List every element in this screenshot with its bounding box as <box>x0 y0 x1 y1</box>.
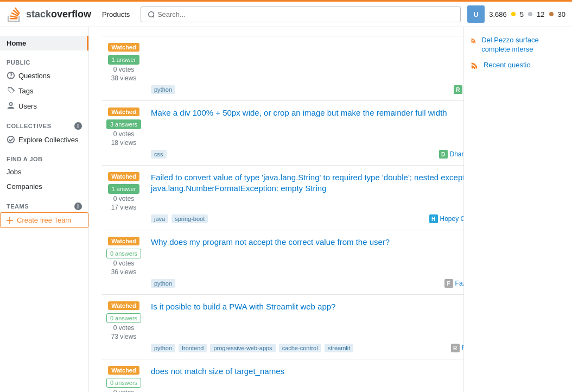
logo-text: stackoverflow <box>26 9 91 20</box>
view-count: 17 views <box>111 204 137 211</box>
watched-badge: Watched <box>108 237 139 245</box>
jobs-label: Jobs <box>7 168 21 176</box>
question-meta: Watched 1 answer 0 votes 38 views <box>102 43 145 82</box>
vote-count: 0 votes <box>113 195 135 203</box>
tags-icon <box>7 86 15 95</box>
sidebar-item-jobs[interactable]: Jobs <box>0 165 88 179</box>
vote-count: 0 votes <box>113 324 135 332</box>
answer-badge: 0 answers <box>106 313 141 323</box>
create-team-icon <box>6 217 14 224</box>
question-meta: Watched 3 answers 0 votes 18 views <box>102 108 145 147</box>
question-meta: Watched 0 answers 0 votes 36 views <box>102 237 145 276</box>
silver-dot <box>528 12 532 16</box>
question-meta: Watched 1 answer 0 votes 17 views <box>102 172 145 211</box>
rss-icon-2 <box>471 61 479 69</box>
user-avatar: R <box>454 85 462 94</box>
stackoverflow-logo-icon <box>7 6 23 22</box>
collectives-section-label: COLLECTIVES i <box>0 118 88 132</box>
user-avatar: H <box>429 214 438 223</box>
tag[interactable]: python <box>151 85 175 94</box>
tag[interactable]: python <box>151 279 175 288</box>
user-bar: U 3,686 5 12 30 <box>467 5 565 23</box>
teams-info-icon[interactable]: i <box>74 203 82 210</box>
answer-badge: 1 answer <box>108 184 140 194</box>
home-label: Home <box>7 39 26 47</box>
vote-count: 0 votes <box>113 130 135 138</box>
create-team-label: Create free Team <box>17 216 71 224</box>
view-count: 36 views <box>111 268 137 276</box>
answer-badge: 0 answers <box>106 378 141 388</box>
vote-count: 0 votes <box>113 66 135 73</box>
question-meta: Watched 0 answers 0 votes 0 views <box>102 366 145 392</box>
collectives-icon <box>7 135 15 144</box>
sidebar-item-home[interactable]: Home <box>0 36 88 50</box>
products-button[interactable]: Products <box>98 8 134 21</box>
gold-count: 5 <box>520 10 524 18</box>
search-input[interactable] <box>157 10 455 18</box>
search-bar <box>141 7 461 22</box>
right-sidebar-item-2: Recent questio <box>471 61 565 70</box>
search-icon <box>147 10 154 18</box>
answer-badge: 3 answers <box>106 119 141 129</box>
tag[interactable]: progressive-web-apps <box>210 344 275 352</box>
right-sidebar-link-2[interactable]: Recent questio <box>484 61 531 70</box>
sidebar: Home PUBLIC Questions Tags Users COLLECT… <box>0 27 89 392</box>
tag[interactable]: css <box>151 150 167 159</box>
questions-icon <box>7 71 15 80</box>
questions-label: Questions <box>18 72 50 80</box>
collectives-info-icon[interactable]: i <box>74 122 82 130</box>
watched-badge: Watched <box>108 172 139 181</box>
users-icon <box>7 102 15 110</box>
tag[interactable]: frontend <box>179 344 207 352</box>
logo[interactable]: stackoverflow <box>7 6 91 22</box>
gold-dot <box>511 12 516 16</box>
view-count: 73 views <box>111 333 137 340</box>
tag[interactable]: java <box>151 214 168 223</box>
rss-icon-1 <box>471 36 477 45</box>
right-sidebar: Del Pezzo surface complete interse Recen… <box>463 27 572 392</box>
vote-count: 0 votes <box>113 389 135 392</box>
svg-point-0 <box>8 136 14 143</box>
reputation: 3,686 <box>489 10 507 18</box>
answer-badge: 0 answers <box>106 249 141 258</box>
right-sidebar-link-1[interactable]: Del Pezzo surface complete interse <box>481 36 565 54</box>
view-count: 38 views <box>111 74 137 82</box>
create-free-team-button[interactable]: Create free Team <box>0 212 88 228</box>
view-count: 18 views <box>111 139 137 147</box>
explore-collectives-label: Explore Collectives <box>18 136 79 144</box>
public-section-label: PUBLIC <box>0 55 88 68</box>
bronze-dot <box>549 12 554 16</box>
answer-badge: 1 answer <box>108 55 140 65</box>
vote-count: 0 votes <box>113 260 135 267</box>
users-label: Users <box>18 102 37 110</box>
watched-badge: Watched <box>108 366 139 375</box>
user-avatar: R <box>451 344 460 352</box>
watched-badge: Watched <box>108 108 139 116</box>
sidebar-item-companies[interactable]: Companies <box>0 179 88 194</box>
tag[interactable]: spring-boot <box>171 214 208 223</box>
tag[interactable]: streamlit <box>325 344 354 352</box>
find-job-section-label: FIND A JOB <box>0 151 88 165</box>
sidebar-item-explore-collectives[interactable]: Explore Collectives <box>0 132 88 147</box>
tag[interactable]: cache-control <box>279 344 321 352</box>
avatar[interactable]: U <box>467 5 485 23</box>
sidebar-item-users[interactable]: Users <box>0 98 88 113</box>
right-sidebar-item-1: Del Pezzo surface complete interse <box>471 36 565 54</box>
watched-badge: Watched <box>108 43 139 52</box>
user-avatar: D <box>439 150 448 159</box>
sidebar-item-tags[interactable]: Tags <box>0 83 88 98</box>
teams-section-label: TEAMS i <box>0 198 88 212</box>
question-meta: Watched 0 answers 0 votes 73 views <box>102 301 145 340</box>
bronze-count: 30 <box>558 10 565 18</box>
tag[interactable]: python <box>151 344 175 352</box>
sidebar-item-questions[interactable]: Questions <box>0 68 88 83</box>
tags-label: Tags <box>18 87 33 95</box>
user-avatar: F <box>444 279 453 288</box>
silver-count: 12 <box>537 10 544 18</box>
watched-badge: Watched <box>108 301 139 310</box>
companies-label: Companies <box>7 182 42 191</box>
